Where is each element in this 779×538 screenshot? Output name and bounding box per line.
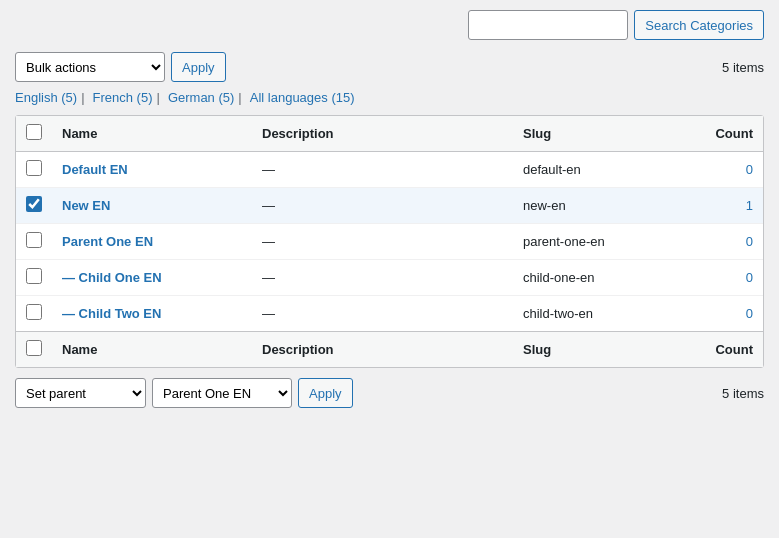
- table-row: — Child One EN — child-one-en 0: [16, 260, 763, 296]
- bottom-actions: Set parent None Default EN New EN Parent…: [15, 378, 353, 408]
- slug-default-en: default-en: [513, 152, 693, 188]
- col-header-slug: Slug: [513, 116, 693, 152]
- col-header-name: Name: [52, 116, 252, 152]
- col-footer-slug: Slug: [513, 332, 693, 368]
- categories-table: Name Description Slug Count Default EN: [16, 116, 763, 367]
- slug-child-one-en: child-one-en: [513, 260, 693, 296]
- col-header-description: Description: [252, 116, 513, 152]
- search-input[interactable]: [468, 10, 628, 40]
- row-checkbox-new-en[interactable]: [26, 196, 42, 212]
- col-footer-name: Name: [52, 332, 252, 368]
- bottom-bar: Set parent None Default EN New EN Parent…: [15, 378, 764, 408]
- set-parent-select[interactable]: Set parent None Default EN New EN Parent…: [15, 378, 146, 408]
- category-link-default-en[interactable]: Default EN: [62, 162, 128, 177]
- lang-tab-french[interactable]: French (5): [93, 90, 153, 105]
- description-default-en: —: [262, 162, 275, 177]
- search-categories-button[interactable]: Search Categories: [634, 10, 764, 40]
- category-link-child-one-en[interactable]: — Child One EN: [62, 270, 162, 285]
- categories-table-wrap: Name Description Slug Count Default EN: [15, 115, 764, 368]
- bottom-apply-button[interactable]: Apply: [298, 378, 353, 408]
- description-child-two-en: —: [262, 306, 275, 321]
- slug-child-two-en: child-two-en: [513, 296, 693, 332]
- description-parent-one-en: —: [262, 234, 275, 249]
- language-tabs: English (5) | French (5) | German (5) | …: [15, 90, 764, 105]
- table-row: — Child Two EN — child-two-en 0: [16, 296, 763, 332]
- table-row: New EN — new-en 1: [16, 188, 763, 224]
- category-link-child-two-en[interactable]: — Child Two EN: [62, 306, 161, 321]
- row-checkbox-default-en[interactable]: [26, 160, 42, 176]
- row-checkbox-child-one-en[interactable]: [26, 268, 42, 284]
- lang-tab-all-languages[interactable]: All languages (15): [250, 90, 355, 105]
- count-new-en[interactable]: 1: [746, 198, 753, 213]
- lang-tab-english[interactable]: English (5): [15, 90, 77, 105]
- select-all-checkbox-footer[interactable]: [26, 340, 42, 356]
- row-checkbox-parent-one-en[interactable]: [26, 232, 42, 248]
- table-row: Default EN — default-en 0: [16, 152, 763, 188]
- col-header-count: Count: [693, 116, 763, 152]
- count-child-one-en[interactable]: 0: [746, 270, 753, 285]
- row-checkbox-child-two-en[interactable]: [26, 304, 42, 320]
- category-link-new-en[interactable]: New EN: [62, 198, 110, 213]
- count-parent-one-en[interactable]: 0: [746, 234, 753, 249]
- col-footer-description: Description: [252, 332, 513, 368]
- slug-new-en: new-en: [513, 188, 693, 224]
- table-row: Parent One EN — parent-one-en 0: [16, 224, 763, 260]
- bottom-items-count: 5 items: [722, 386, 764, 401]
- col-footer-count: Count: [693, 332, 763, 368]
- bulk-actions-select[interactable]: Bulk actions Delete: [15, 52, 165, 82]
- description-child-one-en: —: [262, 270, 275, 285]
- count-child-two-en[interactable]: 0: [746, 306, 753, 321]
- select-all-checkbox-header[interactable]: [26, 124, 42, 140]
- lang-tab-german[interactable]: German (5): [168, 90, 234, 105]
- category-link-parent-one-en[interactable]: Parent One EN: [62, 234, 153, 249]
- items-count: 5 items: [722, 60, 764, 75]
- parent-value-select[interactable]: None Default EN New EN Parent One EN — C…: [152, 378, 292, 408]
- bulk-apply-button[interactable]: Apply: [171, 52, 226, 82]
- description-new-en: —: [262, 198, 275, 213]
- slug-parent-one-en: parent-one-en: [513, 224, 693, 260]
- count-default-en[interactable]: 0: [746, 162, 753, 177]
